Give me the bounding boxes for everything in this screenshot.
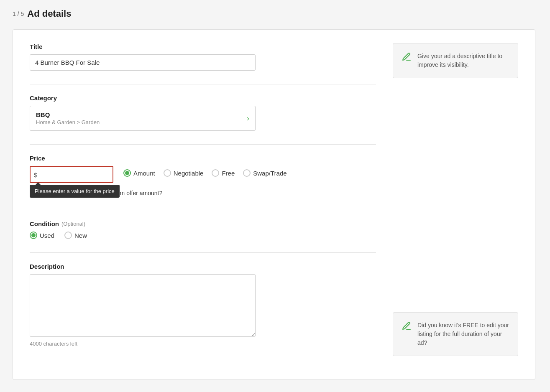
condition-label: Condition (Optional) <box>30 220 376 227</box>
condition-optional: (Optional) <box>61 221 85 227</box>
category-breadcrumb: Home & Garden > Garden <box>36 119 100 125</box>
price-radio-group: Amount Negotiable Free <box>123 166 287 177</box>
radio-option-negotiable[interactable]: Negotiable <box>164 169 204 177</box>
radio-label-free: Free <box>222 170 235 177</box>
radio-option-swap[interactable]: Swap/Trade <box>243 169 287 177</box>
price-input-wrapper: $ Please enter a value for the price <box>30 166 113 183</box>
page-title: Ad details <box>27 8 71 19</box>
divider-2 <box>30 144 376 145</box>
divider-4 <box>30 252 376 253</box>
price-input[interactable] <box>30 166 113 183</box>
radio-label-negotiable: Negotiable <box>174 170 204 177</box>
pencil-icon-2 <box>402 321 412 331</box>
price-label: Price <box>30 155 376 162</box>
radio-circle-amount <box>123 169 131 177</box>
char-count: 4000 characters left <box>30 341 376 347</box>
price-tooltip: Please enter a value for the price <box>30 185 120 198</box>
radio-option-new[interactable]: New <box>64 232 87 239</box>
radio-circle-used <box>30 232 37 239</box>
tip-card-description: Did you know it's FREE to edit your list… <box>393 312 518 356</box>
category-selector[interactable]: BBQ Home & Garden > Garden › <box>30 106 256 131</box>
tip-text-2: Did you know it's FREE to edit your list… <box>417 321 509 347</box>
title-input[interactable] <box>30 54 256 71</box>
divider-1 <box>30 84 376 84</box>
pencil-icon-1 <box>402 52 412 62</box>
radio-option-free[interactable]: Free <box>212 169 235 177</box>
radio-circle-free <box>212 169 219 177</box>
radio-label-new: New <box>74 232 87 239</box>
tip-card-title: Give your ad a descriptive title to impr… <box>393 43 518 78</box>
dollar-sign: $ <box>34 171 37 178</box>
form-sidebar: Give your ad a descriptive title to impr… <box>393 43 518 366</box>
radio-circle-new <box>64 232 72 239</box>
radio-label-swap: Swap/Trade <box>253 170 287 177</box>
step-indicator: 1 / 5 <box>13 10 24 17</box>
description-textarea[interactable] <box>30 274 256 337</box>
condition-radio-group: Used New <box>30 232 376 239</box>
radio-circle-swap <box>243 169 251 177</box>
radio-label-used: Used <box>40 232 54 239</box>
divider-3 <box>30 210 376 210</box>
title-label: Title <box>30 43 376 50</box>
category-label: Category <box>30 94 376 102</box>
radio-circle-negotiable <box>164 169 171 177</box>
category-name: BBQ <box>36 111 100 118</box>
radio-label-amount: Amount <box>133 170 155 177</box>
radio-option-used[interactable]: Used <box>30 232 54 239</box>
tip-text-1: Give your ad a descriptive title to impr… <box>417 52 509 69</box>
radio-option-amount[interactable]: Amount <box>123 169 155 177</box>
chevron-right-icon: › <box>247 114 249 123</box>
description-label: Description <box>30 263 376 270</box>
